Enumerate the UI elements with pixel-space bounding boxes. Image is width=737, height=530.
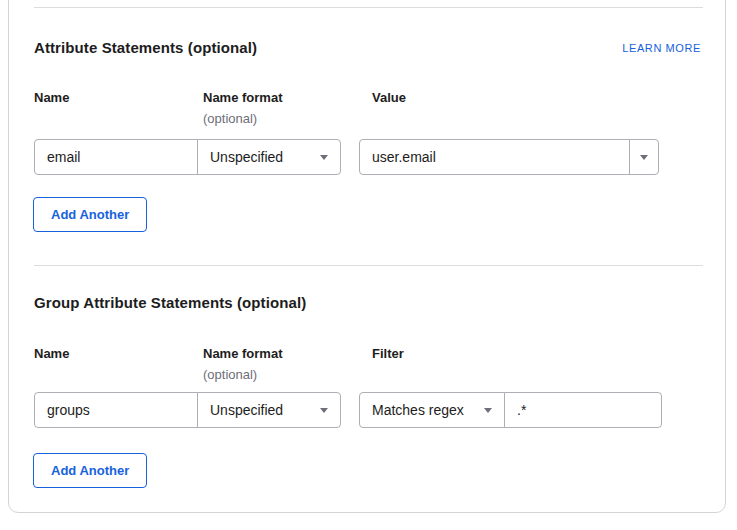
section-divider xyxy=(34,7,703,8)
settings-card: Attribute Statements (optional) LEARN MO… xyxy=(8,0,726,513)
group-attribute-statements-title: Group Attribute Statements (optional) xyxy=(34,294,306,311)
attribute-value-input[interactable] xyxy=(359,139,630,175)
attribute-name-format-select-value: Unspecified xyxy=(210,149,283,165)
caret-down-icon xyxy=(320,155,328,160)
column-label-name-format-optional: (optional) xyxy=(203,367,257,382)
caret-down-icon xyxy=(320,408,328,413)
column-label-filter: Filter xyxy=(372,346,404,361)
group-filter-value-input[interactable] xyxy=(504,392,662,428)
attribute-statements-title: Attribute Statements (optional) xyxy=(34,39,257,56)
attribute-value-group xyxy=(359,139,659,175)
add-another-attribute-button[interactable]: Add Another xyxy=(33,197,147,232)
group-filter-type-select-value: Matches regex xyxy=(372,402,464,418)
column-label-value: Value xyxy=(372,90,406,105)
section-divider xyxy=(34,265,703,266)
attribute-name-format-group: Unspecified xyxy=(34,139,341,175)
column-label-name-format: Name format xyxy=(203,346,282,361)
caret-down-icon xyxy=(484,408,492,413)
group-filter-type-select[interactable]: Matches regex xyxy=(359,392,505,428)
add-another-group-attribute-button[interactable]: Add Another xyxy=(33,453,147,488)
caret-down-icon xyxy=(640,155,648,160)
group-filter-group: Matches regex xyxy=(359,392,662,428)
column-label-name-format-optional: (optional) xyxy=(203,111,257,126)
attribute-name-format-select[interactable]: Unspecified xyxy=(197,139,341,175)
group-name-format-select[interactable]: Unspecified xyxy=(197,392,341,428)
learn-more-link[interactable]: LEARN MORE xyxy=(622,42,701,54)
column-label-name: Name xyxy=(34,90,69,105)
group-name-input[interactable] xyxy=(34,392,198,428)
column-label-name-format: Name format xyxy=(203,90,282,105)
attribute-name-input[interactable] xyxy=(34,139,198,175)
group-name-format-select-value: Unspecified xyxy=(210,402,283,418)
attribute-value-dropdown-button[interactable] xyxy=(629,139,659,175)
column-label-name: Name xyxy=(34,346,69,361)
group-name-format-group: Unspecified xyxy=(34,392,341,428)
